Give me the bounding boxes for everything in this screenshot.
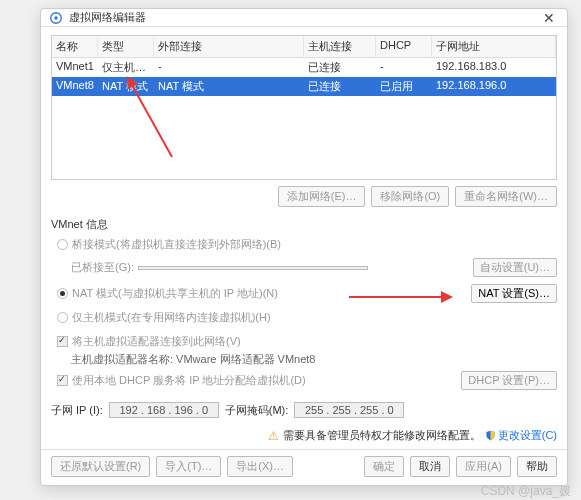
warning-text: 需要具备管理员特权才能修改网络配置。 — [283, 428, 481, 443]
cancel-button[interactable]: 取消 — [410, 456, 450, 477]
auto-settings-button: 自动设置(U)… — [473, 258, 557, 277]
import-button: 导入(T)… — [156, 456, 221, 477]
network-buttons: 添加网络(E)… 移除网络(O) 重命名网络(W)… — [51, 186, 557, 207]
vmnet-info-label: VMnet 信息 — [51, 217, 557, 232]
connect-host-checkbox — [57, 336, 68, 347]
col-subnet[interactable]: 子网地址 — [432, 36, 556, 57]
vnet-editor-window: 虚拟网络编辑器 ✕ 名称 类型 外部连接 主机连接 DHCP 子网地址 VMne… — [40, 8, 568, 486]
hostonly-radio — [57, 312, 68, 323]
add-network-button[interactable]: 添加网络(E)… — [278, 186, 366, 207]
dhcp-settings-button: DHCP 设置(P)… — [461, 371, 557, 390]
bridge-radio — [57, 239, 68, 250]
bridge-label: 桥接模式(将虚拟机直接连接到外部网络)(B) — [72, 237, 281, 252]
warning-row: ⚠ 需要具备管理员特权才能修改网络配置。 更改设置(C) — [51, 428, 557, 443]
dhcp-label: 使用本地 DHCP 服务将 IP 地址分配给虚拟机(D) — [72, 373, 306, 388]
subnet-mask-input: 255 . 255 . 255 . 0 — [294, 402, 404, 418]
restore-defaults-button: 还原默认设置(R) — [51, 456, 150, 477]
hostonly-radio-row: 仅主机模式(在专用网络内连接虚拟机)(H) — [57, 310, 557, 325]
bridge-to-select — [138, 266, 368, 270]
bridge-radio-row: 桥接模式(将虚拟机直接连接到外部网络)(B) — [57, 237, 557, 252]
close-icon[interactable]: ✕ — [539, 10, 559, 26]
nat-label: NAT 模式(与虚拟机共享主机的 IP 地址)(N) — [72, 286, 278, 301]
export-button: 导出(X)… — [227, 456, 293, 477]
col-dhcp[interactable]: DHCP — [376, 36, 432, 57]
network-table[interactable]: 名称 类型 外部连接 主机连接 DHCP 子网地址 VMnet1 仅主机… - … — [51, 35, 557, 180]
remove-network-button[interactable]: 移除网络(O) — [371, 186, 449, 207]
watermark: CSDN @java_媛 — [481, 483, 571, 500]
shield-icon — [485, 430, 496, 441]
content-area: 名称 类型 外部连接 主机连接 DHCP 子网地址 VMnet1 仅主机… - … — [41, 27, 567, 449]
ok-button[interactable]: 确定 — [364, 456, 404, 477]
dhcp-checkbox — [57, 375, 68, 386]
subnet-ip-input: 192 . 168 . 196 . 0 — [109, 402, 219, 418]
rename-network-button[interactable]: 重命名网络(W)… — [455, 186, 557, 207]
nat-radio-row: NAT 模式(与虚拟机共享主机的 IP 地址)(N) — [57, 286, 278, 301]
window-title: 虚拟网络编辑器 — [69, 10, 539, 25]
connect-host-label: 将主机虚拟适配器连接到此网络(V) — [72, 334, 241, 349]
apply-button: 应用(A) — [456, 456, 511, 477]
table-row[interactable]: VMnet8 NAT 模式 NAT 模式 已连接 已启用 192.168.196… — [52, 77, 556, 96]
subnet-mask-label: 子网掩码(M): — [225, 403, 289, 418]
col-ext[interactable]: 外部连接 — [154, 36, 304, 57]
subnet-row: 子网 IP (I): 192 . 168 . 196 . 0 子网掩码(M): … — [51, 402, 557, 418]
app-icon — [49, 11, 63, 25]
hostonly-label: 仅主机模式(在专用网络内连接虚拟机)(H) — [72, 310, 271, 325]
nat-radio — [57, 288, 68, 299]
dhcp-row: 使用本地 DHCP 服务将 IP 地址分配给虚拟机(D) — [57, 373, 306, 388]
col-type[interactable]: 类型 — [98, 36, 154, 57]
bridge-to-label: 已桥接至(G): — [71, 260, 134, 275]
col-name[interactable]: 名称 — [52, 36, 98, 57]
warning-icon: ⚠ — [268, 429, 279, 443]
col-host[interactable]: 主机连接 — [304, 36, 376, 57]
connect-host-row: 将主机虚拟适配器连接到此网络(V) — [57, 334, 557, 349]
help-button[interactable]: 帮助 — [517, 456, 557, 477]
nat-settings-button[interactable]: NAT 设置(S)… — [471, 284, 557, 303]
adapter-name: 主机虚拟适配器名称: VMware 网络适配器 VMnet8 — [71, 352, 557, 367]
footer: 还原默认设置(R) 导入(T)… 导出(X)… 确定 取消 应用(A) 帮助 — [41, 449, 567, 485]
change-settings-link[interactable]: 更改设置(C) — [485, 428, 557, 443]
table-header: 名称 类型 外部连接 主机连接 DHCP 子网地址 — [52, 36, 556, 58]
table-row[interactable]: VMnet1 仅主机… - 已连接 - 192.168.183.0 — [52, 58, 556, 77]
svg-point-1 — [54, 16, 58, 20]
titlebar: 虚拟网络编辑器 ✕ — [41, 9, 567, 27]
subnet-ip-label: 子网 IP (I): — [51, 403, 103, 418]
